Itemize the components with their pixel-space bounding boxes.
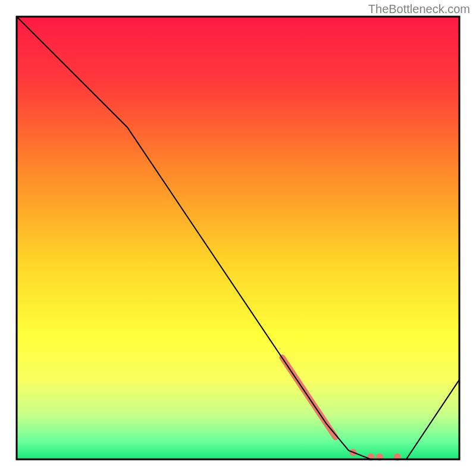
- chart-container: TheBottleneck.com: [0, 0, 476, 476]
- chart-svg: [0, 0, 476, 476]
- watermark-text: TheBottleneck.com: [368, 2, 470, 16]
